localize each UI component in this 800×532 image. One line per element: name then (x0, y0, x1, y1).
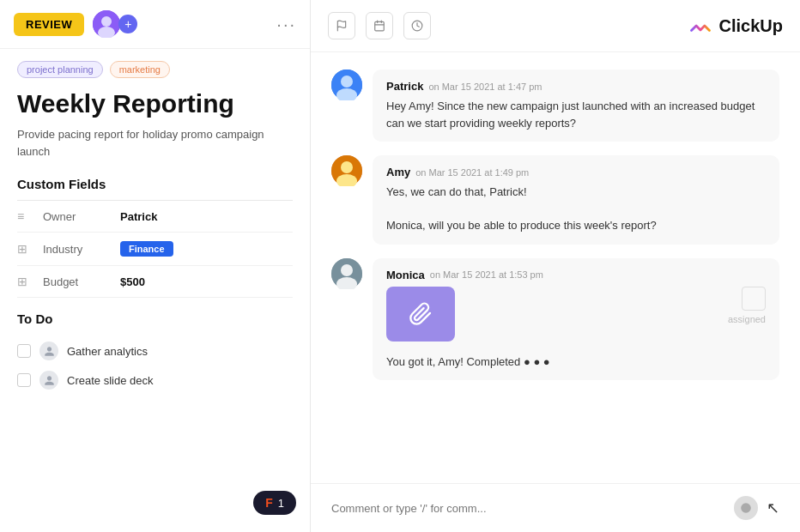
field-industry: ⊞ Industry Finance (17, 233, 293, 266)
review-button[interactable]: REVIEW (14, 13, 84, 36)
comment-amy: Amy on Mar 15 2021 at 1:49 pm Yes, we ca… (331, 155, 779, 245)
top-bar: REVIEW + ··· (0, 0, 310, 49)
owner-label: Owner (43, 210, 112, 223)
owner-icon: ≡ (17, 209, 34, 223)
svg-point-16 (341, 264, 353, 276)
comment-text-amy: Yes, we can do that, Patrick!Monica, wil… (386, 184, 766, 234)
badge-count: 1 (278, 497, 284, 510)
figma-icon: F (265, 496, 273, 510)
assign-box[interactable] (742, 287, 766, 311)
task-description: Provide pacing report for holiday promo … (0, 126, 310, 173)
comment-text-patrick: Hey Amy! Since the new campaign just lau… (386, 98, 766, 131)
comment-input-area: ↖ (311, 483, 800, 532)
budget-icon: ⊞ (17, 275, 34, 288)
clickup-icon (688, 14, 712, 38)
comment-monica: Monica on Mar 15 2021 at 1:53 pm You got… (331, 258, 779, 381)
industry-label: Industry (43, 243, 112, 256)
tags-row: project planning marketing (0, 49, 310, 78)
comment-header-patrick: Patrick on Mar 15 2021 at 1:47 pm (386, 80, 766, 93)
comment-time-monica: on Mar 15 2021 at 1:53 pm (430, 269, 543, 280)
cursor-icon: ↖ (767, 499, 779, 517)
commenter-name-monica: Monica (386, 269, 425, 281)
custom-fields-section: ≡ Owner Patrick ⊞ Industry Finance ⊞ Bud… (0, 201, 310, 298)
comment-text-monica: You got it, Amy! Completed ● ● ● (386, 354, 550, 371)
svg-point-13 (341, 161, 353, 173)
field-owner: ≡ Owner Patrick (17, 201, 293, 233)
industry-value-badge[interactable]: Finance (120, 241, 173, 257)
right-panel: ClickUp Patrick on Mar 15 2021 at 1:47 p… (311, 0, 800, 532)
todo-section: To Do Gather analytics Create slide deck (0, 298, 310, 395)
todo-title: To Do (17, 311, 293, 326)
monica-row: You got it, Amy! Completed ● ● ● assigne… (386, 287, 766, 371)
comments-area: Patrick on Mar 15 2021 at 1:47 pm Hey Am… (311, 52, 800, 483)
more-options-button[interactable]: ··· (276, 15, 296, 34)
svg-point-1 (101, 16, 112, 27)
todo-user-icon-2 (39, 371, 58, 390)
avatar-amy (331, 155, 362, 186)
add-member-button[interactable]: + (118, 15, 137, 33)
comment-time-amy: on Mar 15 2021 at 1:49 pm (415, 167, 529, 178)
comment-header-amy: Amy on Mar 15 2021 at 1:49 pm (386, 166, 766, 178)
left-panel: REVIEW + ··· project planning marketing … (0, 0, 311, 532)
figma-badge[interactable]: F 1 (253, 491, 296, 515)
custom-fields-title: Custom Fields (0, 173, 310, 200)
budget-label: Budget (43, 275, 112, 288)
comment-body-amy: Amy on Mar 15 2021 at 1:49 pm Yes, we ca… (373, 155, 779, 245)
comment-time-patrick: on Mar 15 2021 at 1:47 pm (428, 82, 542, 92)
todo-user-icon-1 (39, 342, 58, 360)
svg-point-10 (341, 76, 353, 88)
budget-value[interactable]: $500 (120, 275, 145, 288)
todo-checkbox-2[interactable] (17, 373, 31, 387)
avatar (93, 10, 120, 38)
avatar-group: + (93, 10, 137, 38)
calendar-icon-button[interactable] (366, 12, 393, 39)
tag-marketing[interactable]: marketing (110, 61, 170, 78)
svg-rect-4 (375, 21, 385, 30)
right-icon-buttons (328, 12, 431, 39)
commenter-name-patrick: Patrick (386, 80, 423, 93)
avatar-patrick (331, 70, 362, 100)
flag-icon-button[interactable] (328, 12, 355, 39)
industry-icon: ⊞ (17, 242, 34, 256)
page-title: Weekly Reporting (0, 78, 310, 126)
todo-item-create-slide-deck: Create slide deck (17, 366, 293, 395)
svg-point-18 (741, 503, 751, 513)
avatar-monica (331, 258, 362, 289)
todo-text-1: Gather analytics (67, 345, 148, 358)
comment-input[interactable] (331, 502, 725, 515)
todo-checkbox-1[interactable] (17, 344, 31, 358)
comment-patrick: Patrick on Mar 15 2021 at 1:47 pm Hey Am… (331, 70, 779, 142)
comment-body-monica: Monica on Mar 15 2021 at 1:53 pm You got… (373, 258, 779, 381)
clickup-logo-text: ClickUp (719, 16, 783, 36)
comment-header-monica: Monica on Mar 15 2021 at 1:53 pm (386, 269, 766, 281)
field-budget: ⊞ Budget $500 (17, 266, 293, 298)
tag-project-planning[interactable]: project planning (17, 61, 103, 78)
assigned-label: assigned (728, 314, 766, 324)
clock-icon-button[interactable] (403, 12, 431, 39)
todo-item-gather-analytics: Gather analytics (17, 336, 293, 366)
right-top-bar: ClickUp (311, 0, 800, 52)
send-button[interactable] (734, 496, 758, 520)
clickup-logo: ClickUp (688, 14, 783, 38)
attachment-thumbnail[interactable] (386, 287, 455, 342)
todo-text-2: Create slide deck (67, 374, 153, 387)
owner-value[interactable]: Patrick (120, 210, 157, 223)
commenter-name-amy: Amy (386, 166, 410, 178)
comment-body-patrick: Patrick on Mar 15 2021 at 1:47 pm Hey Am… (373, 70, 779, 142)
